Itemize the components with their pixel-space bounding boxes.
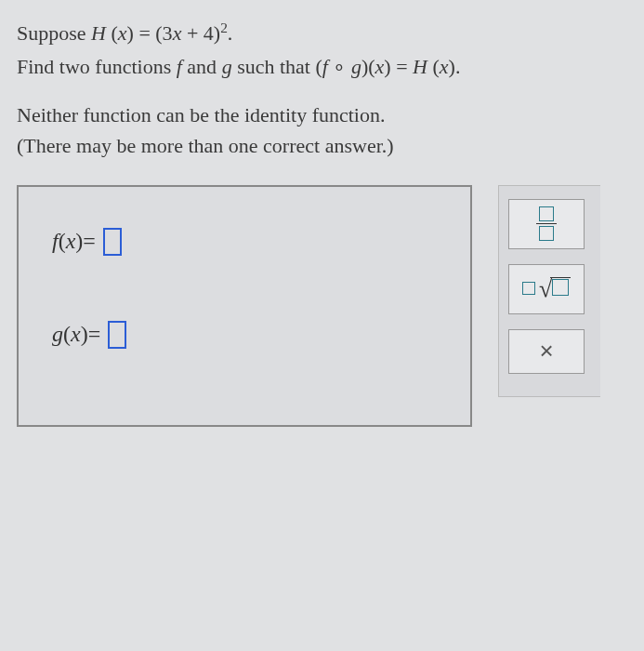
g-label: g <box>52 322 63 347</box>
var-x: x <box>118 21 127 45</box>
function-f: f <box>177 55 182 78</box>
comp-arg-open: ( <box>368 55 375 78</box>
rhs-eq: = <box>396 55 413 78</box>
nth-root-button[interactable]: √ <box>508 264 585 314</box>
suppose-text: Suppose <box>17 21 91 45</box>
g-arg: x <box>71 322 81 347</box>
g-open-paren: ( <box>63 322 71 347</box>
fraction-numerator-box <box>539 206 554 221</box>
f-arg: x <box>66 229 76 254</box>
g-input[interactable] <box>108 321 126 349</box>
exponent: 2 <box>220 20 228 35</box>
radical-symbol: √ <box>539 275 552 303</box>
fraction-icon <box>536 206 557 242</box>
fraction-button[interactable] <box>508 199 585 249</box>
period: . <box>228 21 233 45</box>
rhs-x: x <box>440 55 449 78</box>
close-paren: ) <box>127 21 134 45</box>
comp-arg-close: ) <box>384 55 390 78</box>
find-text: Find two functions <box>17 55 177 78</box>
f-open-paren: ( <box>59 229 66 254</box>
rhs-close: ) <box>449 55 455 78</box>
expr-part1: (3x + 4) <box>155 21 220 45</box>
content-row: f (x) = g (x) = √ <box>17 185 644 427</box>
math-toolbar: √ × <box>498 185 600 397</box>
root-icon: √ <box>522 277 571 300</box>
such-that-text: such that <box>237 55 315 78</box>
rhs-open: ( <box>432 55 439 78</box>
rhs-H: H <box>413 55 427 78</box>
fraction-denominator-box <box>539 226 554 241</box>
f-input[interactable] <box>103 228 122 256</box>
g-equation-row: g (x) = <box>52 321 437 349</box>
and-text: and <box>187 55 221 78</box>
f-close-paren: ) <box>75 229 83 254</box>
root-radical: √ <box>537 277 571 300</box>
instruction-line-2: (There may be more than one correct answ… <box>17 130 644 161</box>
open-paren: ( <box>111 21 117 45</box>
problem-line-2: Find two functions f and g such that (f … <box>17 50 644 83</box>
f-equals: = <box>83 229 96 254</box>
instruction-text: Neither function can be the identity fun… <box>17 100 644 161</box>
rhs-period: . <box>455 55 461 78</box>
g-close-paren: ) <box>81 322 88 347</box>
problem-line-1: Suppose H (x) = (3x + 4)2. <box>17 17 644 50</box>
comp-x: x <box>375 55 385 78</box>
f-equation-row: f (x) = <box>52 228 437 256</box>
close-icon: × <box>539 337 553 365</box>
answer-box: f (x) = g (x) = <box>17 185 472 427</box>
problem-statement: Suppose H (x) = (3x + 4)2. Find two func… <box>17 17 644 83</box>
equals-sign: = <box>138 21 155 45</box>
g-equals: = <box>88 322 101 347</box>
root-index-box <box>522 282 535 295</box>
fraction-bar <box>536 223 557 225</box>
instruction-line-1: Neither function can be the identity fun… <box>17 100 644 130</box>
function-g: g <box>222 55 232 78</box>
comp-g: g <box>351 55 361 78</box>
root-radicand-box <box>552 279 569 296</box>
circ: ∘ <box>328 55 351 78</box>
comp-open: ( <box>315 55 322 78</box>
close-button[interactable]: × <box>508 329 585 374</box>
f-label: f <box>52 229 59 254</box>
function-H: H <box>91 21 106 45</box>
